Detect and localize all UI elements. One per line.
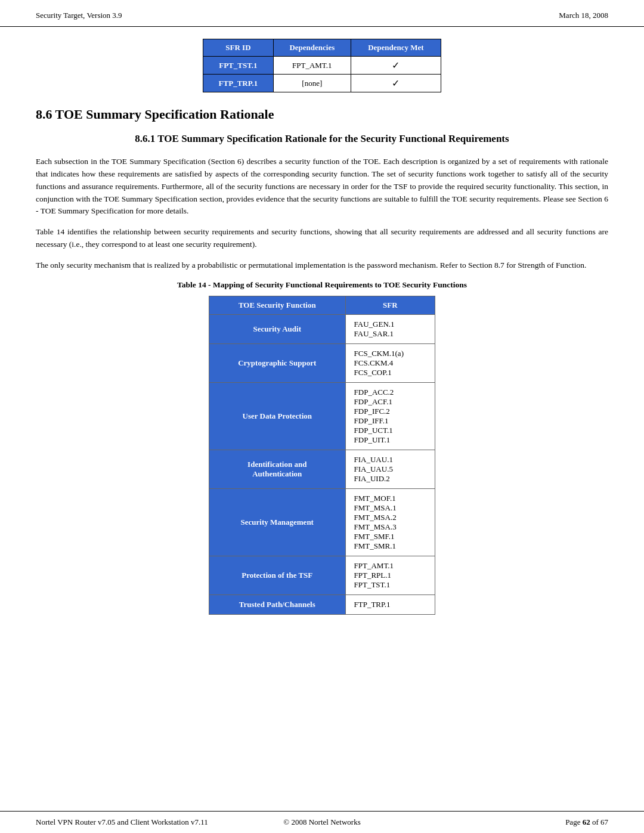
top-table-sfr-id: FPT_TST.1 <box>203 57 274 75</box>
map-col-function: TOE Security Function <box>209 296 346 315</box>
map-sfr-cell: FAU_GEN.1 FAU_SAR.1 <box>345 315 435 344</box>
page-header: Security Target, Version 3.9 March 18, 2… <box>0 0 644 27</box>
section-heading: 8.6 TOE Summary Specification Rationale <box>36 107 608 122</box>
top-table-dep: FPT_AMT.1 <box>273 57 351 75</box>
paragraph-2: Table 14 identifies the relationship bet… <box>36 226 608 251</box>
subsection-title: TOE Summary Specification Rationale for … <box>157 133 509 144</box>
col-dependency-met: Dependency Met <box>351 39 441 57</box>
map-function-cell: User Data Protection <box>209 383 346 450</box>
map-function-cell: Identification and Authentication <box>209 450 346 489</box>
map-function-cell: Protection of the TSF <box>209 556 346 595</box>
footer-center: © 2008 Nortel Networks <box>283 817 360 827</box>
map-function-cell: Security Audit <box>209 315 346 344</box>
table-caption: Table 14 - Mapping of Security Functiona… <box>36 280 608 290</box>
header-left: Security Target, Version 3.9 <box>36 11 122 20</box>
map-table-wrapper: TOE Security Function SFR Security Audit… <box>36 296 608 615</box>
map-table-row: Security AuditFAU_GEN.1 FAU_SAR.1 <box>209 315 435 344</box>
map-table-row: Security ManagementFMT_MOF.1 FMT_MSA.1 F… <box>209 489 435 556</box>
subsection-number: 8.6.1 <box>135 133 157 144</box>
top-table-wrapper: SFR ID Dependencies Dependency Met FPT_T… <box>36 39 608 92</box>
map-sfr-cell: FCS_CKM.1(a) FCS.CKM.4 FCS_COP.1 <box>345 344 435 383</box>
col-sfr-id: SFR ID <box>203 39 274 57</box>
map-sfr-cell: FPT_AMT.1 FPT_RPL.1 FPT_TST.1 <box>345 556 435 595</box>
sfr-dependency-table: SFR ID Dependencies Dependency Met FPT_T… <box>203 39 441 92</box>
top-table-met: ✓ <box>351 75 441 92</box>
top-table-sfr-id: FTP_TRP.1 <box>203 75 274 92</box>
map-table-row: Trusted Path/ChannelsFTP_TRP.1 <box>209 595 435 615</box>
map-table-row: Cryptographic SupportFCS_CKM.1(a) FCS.CK… <box>209 344 435 383</box>
map-col-sfr: SFR <box>345 296 435 315</box>
footer-right: Page 62 of 67 <box>565 817 608 827</box>
map-sfr-cell: FMT_MOF.1 FMT_MSA.1 FMT_MSA.2 FMT_MSA.3 … <box>345 489 435 556</box>
map-function-cell: Trusted Path/Channels <box>209 595 346 615</box>
page-content: SFR ID Dependencies Dependency Met FPT_T… <box>0 27 644 662</box>
paragraph-3: The only security mechanism that is real… <box>36 259 608 272</box>
col-dependencies: Dependencies <box>273 39 351 57</box>
map-sfr-cell: FIA_UAU.1 FIA_UAU.5 FIA_UID.2 <box>345 450 435 489</box>
map-table-row: User Data ProtectionFDP_ACC.2 FDP_ACF.1 … <box>209 383 435 450</box>
map-sfr-cell: FTP_TRP.1 <box>345 595 435 615</box>
top-table-dep: [none] <box>273 75 351 92</box>
page-footer: Nortel VPN Router v7.05 and Client Works… <box>0 811 644 833</box>
section-number: 8.6 <box>36 107 55 122</box>
header-right: March 18, 2008 <box>559 11 608 20</box>
subsection-heading: 8.6.1 TOE Summary Specification Rational… <box>36 132 608 146</box>
map-table-row: Protection of the TSFFPT_AMT.1 FPT_RPL.1… <box>209 556 435 595</box>
footer-left: Nortel VPN Router v7.05 and Client Works… <box>36 817 208 827</box>
top-table-met: ✓ <box>351 57 441 75</box>
mapping-table: TOE Security Function SFR Security Audit… <box>209 296 435 615</box>
paragraph-1: Each subsection in the TOE Summary Speci… <box>36 156 608 218</box>
map-function-cell: Cryptographic Support <box>209 344 346 383</box>
map-sfr-cell: FDP_ACC.2 FDP_ACF.1 FDP_IFC.2 FDP_IFF.1 … <box>345 383 435 450</box>
section-title: TOE Summary Specification Rationale <box>55 107 274 122</box>
map-function-cell: Security Management <box>209 489 346 556</box>
map-table-row: Identification and AuthenticationFIA_UAU… <box>209 450 435 489</box>
